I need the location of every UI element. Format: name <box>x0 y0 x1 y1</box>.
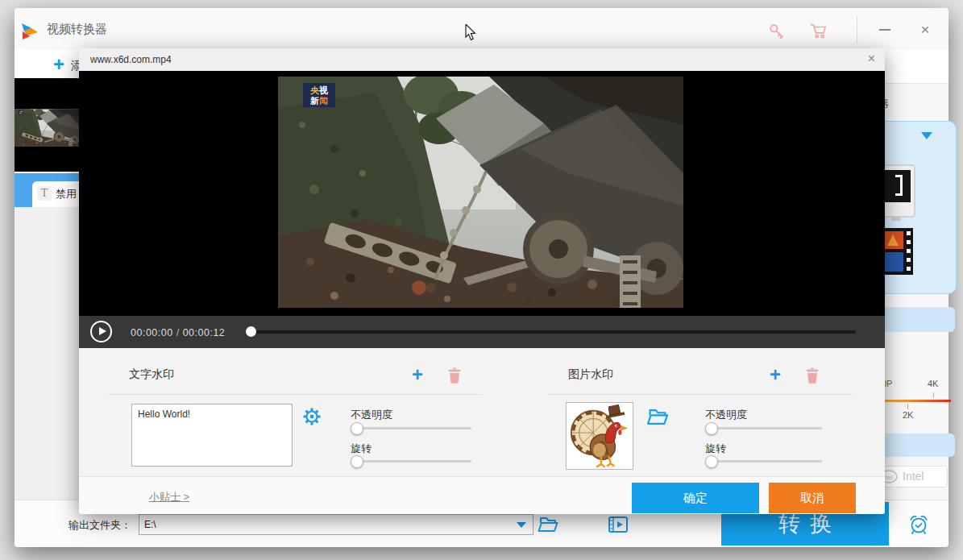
minimize-icon <box>879 29 890 31</box>
image-opacity-slider[interactable] <box>707 422 822 435</box>
play-button[interactable] <box>90 321 112 342</box>
open-folder-icon[interactable] <box>538 516 558 533</box>
output-folder-label: 输出文件夹： <box>68 518 131 533</box>
playback-progress-thumb[interactable] <box>246 326 256 337</box>
slider-thumb[interactable] <box>351 422 363 435</box>
watermark-text-input[interactable]: Hello World! <box>131 404 293 467</box>
ok-button[interactable]: 确定 <box>632 483 759 513</box>
watermark-dialog: www.x6d.com.mp4 × 00:00:00 / 00:00:12 文字… <box>79 48 885 513</box>
dialog-title: www.x6d.com.mp4 <box>90 54 172 65</box>
player-bar: 00:00:00 / 00:00:12 <box>79 316 885 348</box>
text-opacity-slider[interactable] <box>352 422 471 435</box>
text-rotate-label: 旋转 <box>351 442 372 456</box>
slider-thumb[interactable] <box>705 455 718 468</box>
watermark-image-preview <box>566 402 633 470</box>
output-path-select[interactable]: E:\ <box>139 514 533 535</box>
add-text-watermark-button[interactable]: + <box>412 366 423 384</box>
image-rotate-slider[interactable] <box>707 455 822 468</box>
file-thumbnail-cell[interactable] <box>15 78 79 172</box>
current-time: 00:00:00 <box>131 327 173 338</box>
text-watermark-t-icon: T <box>37 186 52 201</box>
video-preview-area <box>79 71 885 316</box>
tips-link[interactable]: 小贴士 > <box>149 490 189 504</box>
playback-progress-slider[interactable] <box>246 330 856 334</box>
time-separator: / <box>176 327 180 338</box>
minimize-button[interactable] <box>871 19 899 40</box>
schedule-alarm-icon[interactable] <box>908 514 929 535</box>
add-image-watermark-button[interactable]: + <box>770 366 781 384</box>
slider-track <box>707 427 822 429</box>
video-frame <box>278 77 683 308</box>
delete-text-watermark-icon[interactable] <box>446 367 463 384</box>
quality-2k-label: 2K <box>903 410 913 420</box>
svg-text:tel: tel <box>886 474 893 481</box>
delete-image-watermark-icon[interactable] <box>804 367 820 384</box>
titlebar-separator <box>857 16 857 44</box>
time-display: 00:00:00 / 00:00:12 <box>131 327 225 338</box>
text-settings-gear-icon[interactable] <box>302 407 322 426</box>
browse-image-folder-icon[interactable] <box>646 408 669 426</box>
slider-thumb[interactable] <box>351 455 363 468</box>
dialog-titlebar: www.x6d.com.mp4 × <box>79 48 885 72</box>
image-rotate-label: 旋转 <box>705 442 726 456</box>
text-section-divider <box>109 394 482 395</box>
app-logo-icon <box>20 22 39 41</box>
intel-acceleration-badge[interactable]: tel Intel <box>875 466 948 487</box>
close-button[interactable]: × <box>911 19 939 40</box>
quality-4k-label: 4K <box>928 379 938 388</box>
media-info-icon[interactable] <box>608 516 629 533</box>
quality-tick-4k <box>933 392 934 398</box>
output-path-value: E:\ <box>144 519 156 530</box>
tab-label: 禁用 <box>56 187 77 201</box>
play-icon <box>99 327 106 335</box>
video-thumbnail <box>15 85 79 171</box>
duration: 00:00:12 <box>183 327 226 338</box>
add-file-button[interactable]: + <box>53 53 64 76</box>
text-rotate-slider[interactable] <box>352 455 471 468</box>
register-key-icon[interactable] <box>768 23 786 40</box>
intel-label: Intel <box>903 470 924 483</box>
format-dropdown-icon[interactable] <box>921 132 932 139</box>
watermark-tab-row: T 禁用 <box>15 173 79 207</box>
app-title: 视频转换器 <box>47 22 107 37</box>
quality-tick-2k <box>907 404 908 409</box>
dialog-close-button[interactable]: × <box>868 52 875 66</box>
dialog-close-icon: × <box>868 52 875 65</box>
tab-text-watermark[interactable]: T 禁用 <box>32 181 79 207</box>
slider-track <box>352 427 471 429</box>
left-panel-background <box>15 207 79 500</box>
mouse-cursor-icon <box>465 24 477 41</box>
image-section-divider <box>548 394 853 395</box>
text-opacity-label: 不透明度 <box>351 408 392 422</box>
text-watermark-section-title: 文字水印 <box>129 367 174 382</box>
dialog-footer <box>79 476 885 514</box>
cart-icon[interactable] <box>810 23 828 40</box>
close-icon: × <box>920 21 929 38</box>
image-watermark-section-title: 图片水印 <box>568 367 613 382</box>
slider-thumb[interactable] <box>705 422 718 435</box>
slider-track <box>352 460 471 463</box>
turkey-image <box>567 403 633 469</box>
output-path-dropdown-icon[interactable] <box>517 522 526 528</box>
main-titlebar: 视频转换器 × <box>15 8 948 50</box>
image-opacity-label: 不透明度 <box>705 408 747 422</box>
slider-track <box>707 460 822 463</box>
cancel-button[interactable]: 取消 <box>769 483 856 513</box>
